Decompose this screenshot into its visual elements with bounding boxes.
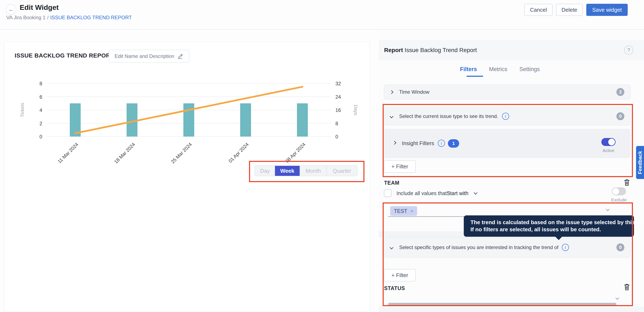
edit-name-description-label: Edit Name and Description [114, 53, 174, 59]
svg-text:16: 16 [336, 107, 341, 113]
toggle-knob [612, 188, 619, 195]
svg-text:11 Mar 2024: 11 Mar 2024 [57, 142, 80, 164]
tab-metrics[interactable]: Metrics [489, 66, 507, 72]
back-arrow-icon: ← [8, 6, 14, 13]
chevron-down-icon [474, 191, 478, 194]
svg-text:6: 6 [40, 94, 42, 100]
pencil-icon [178, 53, 183, 59]
operator-value: Start with [446, 190, 468, 196]
time-window-label: Time Window [399, 89, 429, 95]
chevron-down-icon [390, 114, 393, 118]
add-filter-label: + Filter [392, 163, 408, 170]
svg-text:25 Mar 2024: 25 Mar 2024 [170, 142, 193, 164]
chevron-down-icon [390, 246, 393, 249]
time-window-row[interactable]: Time Window 2 [384, 84, 630, 100]
team-filter-label: TEAM [384, 180, 399, 186]
svg-text:01 Apr 2024: 01 Apr 2024 [228, 142, 250, 164]
report-label: Report [384, 47, 403, 53]
info-icon[interactable]: i [502, 113, 509, 120]
save-widget-button[interactable]: Save widget [586, 4, 628, 16]
exclude-toggle[interactable] [612, 187, 626, 195]
feedback-label: Feedback [637, 151, 643, 174]
edit-name-description-button[interactable]: Edit Name and Description [109, 50, 189, 63]
svg-text:Days: Days [353, 105, 358, 115]
toggle-knob [608, 139, 615, 145]
tooltip-arrow [555, 236, 562, 240]
breadcrumb-parent: VA Jira Booking 1 [6, 15, 46, 20]
question-mark-icon: ? [627, 47, 630, 53]
breadcrumb: VA Jira Booking 1/ISSUE BACKLOG TREND RE… [6, 15, 132, 20]
include-all-values-label: Include all values that : [396, 190, 450, 196]
svg-text:Tickets: Tickets [20, 103, 25, 117]
edit-widget-screen: ← Edit Widget VA Jira Booking 1/ISSUE BA… [0, 0, 644, 312]
chevron-right-icon [392, 141, 396, 144]
trend-section-badge: 0 [616, 244, 624, 251]
svg-text:2: 2 [40, 121, 42, 126]
svg-text:4: 4 [40, 107, 42, 113]
granularity-option-quarter[interactable]: Quarter [326, 166, 357, 176]
issue-type-section-row[interactable]: Select the current issue type to see its… [384, 107, 630, 126]
time-window-badge: 2 [616, 88, 624, 96]
trash-icon [623, 283, 631, 292]
help-button[interactable]: ? [624, 46, 633, 55]
team-value-tag: TEST × [390, 206, 417, 216]
panel-tabs: Filters Metrics Settings [460, 66, 540, 72]
insight-filters-label: Insight Filters [402, 140, 434, 146]
team-value-text: TEST [394, 208, 407, 214]
panel-bottom-strip [379, 306, 644, 312]
include-all-values-checkbox[interactable] [384, 190, 392, 197]
operator-select[interactable]: Start with [446, 190, 477, 196]
granularity-option-week[interactable]: Week [275, 166, 300, 176]
back-button[interactable]: ← [6, 4, 16, 15]
svg-text:0: 0 [40, 134, 42, 140]
cancel-button[interactable]: Cancel [524, 4, 553, 16]
insight-filters-active-toggle[interactable] [601, 138, 616, 146]
remove-tag-icon[interactable]: × [410, 208, 413, 214]
insight-filters-count-badge: 1 [448, 139, 459, 148]
horizontal-scrollbar[interactable] [388, 303, 616, 306]
granularity-toggle: Day Week Month Quarter [254, 166, 358, 176]
status-filter-label: STATUS [384, 285, 405, 291]
trend-section-label: Select specific types of issues you are … [399, 244, 558, 250]
tooltip-line2: If no filters are selected, all issues w… [470, 226, 634, 233]
add-filter-label: + Filter [392, 272, 408, 278]
svg-text:32: 32 [336, 81, 341, 86]
delete-team-filter-button[interactable] [623, 178, 631, 187]
tab-filters[interactable]: Filters [460, 66, 477, 72]
tooltip-line1: The trend is calculated based on the iss… [470, 219, 634, 226]
add-filter-button[interactable]: + Filter [384, 160, 416, 173]
tab-settings[interactable]: Settings [520, 66, 540, 72]
widget-preview-card: ISSUE BACKLOG TREND REPORT Edit Name and… [4, 42, 370, 312]
issue-type-section-label: Select the current issue type to see its… [399, 113, 498, 119]
info-icon[interactable]: i [562, 244, 569, 251]
chevron-right-icon [390, 90, 393, 94]
issue-type-section-badge: 0 [616, 112, 624, 120]
insight-filters-card[interactable]: Insight Filters i 1 Active [384, 129, 630, 158]
active-tab-underline [466, 76, 483, 77]
svg-text:24: 24 [336, 94, 341, 100]
add-filter-button[interactable]: + Filter [384, 269, 416, 282]
report-name: Issue Backlog Trend Report [404, 47, 477, 53]
svg-text:08 Apr 2024: 08 Apr 2024 [284, 142, 306, 164]
info-icon[interactable]: i [438, 140, 445, 147]
granularity-option-month[interactable]: Month [300, 166, 326, 176]
svg-text:18 Mar 2024: 18 Mar 2024 [113, 142, 136, 164]
delete-button[interactable]: Delete [556, 4, 583, 16]
widget-title: ISSUE BACKLOG TREND REPORT [15, 52, 114, 59]
svg-text:8: 8 [336, 121, 338, 126]
trend-section-row[interactable]: Select specific types of issues you are … [384, 237, 630, 258]
breadcrumb-current[interactable]: ISSUE BACKLOG TREND REPORT [50, 15, 132, 20]
page-title: Edit Widget [20, 3, 59, 12]
report-title: Report Issue Backlog Trend Report [384, 47, 477, 54]
granularity-option-day[interactable]: Day [255, 166, 275, 176]
svg-text:8: 8 [40, 81, 42, 86]
svg-text:0: 0 [336, 134, 338, 140]
breadcrumb-separator: / [46, 15, 50, 20]
active-toggle-label: Active [598, 148, 619, 153]
feedback-tab[interactable]: Feedback [636, 146, 644, 179]
delete-status-filter-button[interactable] [623, 283, 631, 292]
trash-icon [623, 178, 631, 187]
exclude-toggle-label: Exclude [604, 198, 634, 202]
filter-info-tooltip: The trend is calculated based on the iss… [464, 216, 634, 237]
